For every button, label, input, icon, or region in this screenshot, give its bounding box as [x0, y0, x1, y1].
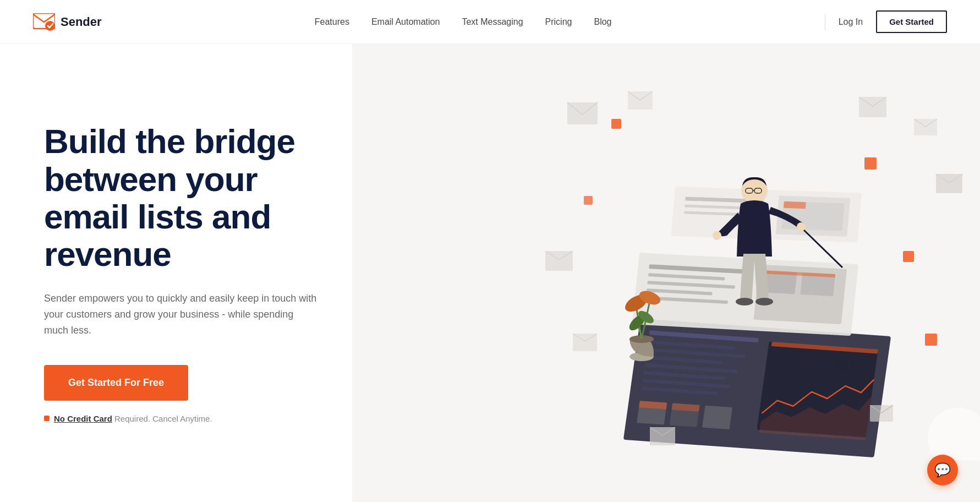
logo-link[interactable]: Sender [33, 13, 102, 31]
navbar: Sender Features Email Automation Text Me… [0, 0, 980, 44]
nav-text-messaging[interactable]: Text Messaging [462, 17, 523, 26]
no-credit-card-suffix: Required. Cancel Anytime. [112, 414, 212, 423]
login-button[interactable]: Log In [839, 17, 863, 27]
no-credit-card-highlight: No Credit Card [54, 414, 112, 423]
cta-button[interactable]: Get Started For Free [44, 365, 188, 401]
hero-content: Build the bridge between your email list… [0, 79, 352, 467]
hero-illustration [352, 44, 980, 502]
nav-divider [825, 14, 825, 30]
orange-dot-icon [44, 416, 50, 421]
hero-subtitle: Sender empowers you to quickly and easil… [44, 291, 319, 338]
hero-title: Build the bridge between your email list… [44, 123, 319, 273]
nav-email-automation[interactable]: Email Automation [371, 17, 440, 26]
logo-text: Sender [61, 15, 102, 29]
chat-icon: 💬 [934, 462, 951, 478]
nav-blog[interactable]: Blog [594, 17, 611, 26]
no-credit-card-notice: No Credit Card Required. Cancel Anytime. [44, 414, 319, 423]
svg-rect-28 [702, 406, 732, 429]
svg-point-62 [713, 231, 721, 240]
nav-right: Log In Get Started [825, 10, 947, 33]
logo-icon [33, 13, 55, 31]
svg-rect-11 [903, 251, 914, 262]
cta-wrapper: Get Started For Free [44, 365, 319, 414]
svg-rect-13 [584, 196, 593, 205]
svg-rect-47 [784, 201, 806, 209]
svg-point-61 [755, 298, 773, 305]
nav-features[interactable]: Features [315, 17, 349, 26]
nav-pricing[interactable]: Pricing [545, 17, 572, 26]
chat-button[interactable]: 💬 [927, 455, 958, 485]
svg-point-60 [736, 298, 753, 305]
hero-section: Build the bridge between your email list… [0, 44, 980, 502]
get-started-nav-button[interactable]: Get Started [876, 10, 947, 33]
no-credit-card-text: No Credit Card Required. Cancel Anytime. [54, 414, 212, 423]
nav-links: Features Email Automation Text Messaging… [315, 17, 612, 27]
svg-rect-10 [864, 157, 877, 170]
svg-rect-12 [925, 334, 937, 346]
svg-point-65 [928, 408, 980, 460]
hero-svg-illustration [540, 86, 980, 460]
svg-rect-9 [611, 119, 621, 129]
